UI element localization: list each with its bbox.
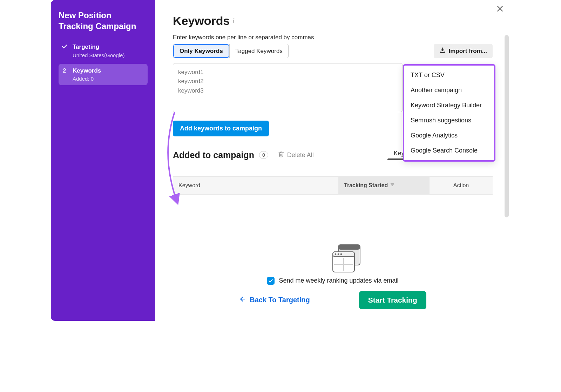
- wizard-step-targeting[interactable]: Targeting United States(Google): [59, 40, 148, 61]
- step-label: Targeting: [73, 43, 124, 50]
- scrollbar[interactable]: [505, 35, 509, 217]
- back-button-label: Back To Targeting: [250, 296, 310, 304]
- added-section-title: Added to campaign: [173, 150, 254, 160]
- column-action: Action: [430, 176, 493, 195]
- checkbox-checked-icon: [267, 277, 275, 285]
- import-option-google-analytics[interactable]: Google Analytics: [404, 128, 494, 143]
- instruction-text: Enter keywords one per line or separated…: [173, 34, 493, 41]
- download-icon: [439, 47, 446, 55]
- import-from-label: Import from...: [448, 48, 487, 55]
- step-sublabel: Added: 0: [73, 76, 101, 82]
- back-to-targeting-button[interactable]: Back To Targeting: [239, 296, 310, 304]
- import-option-semrush-suggestions[interactable]: Semrush suggestions: [404, 113, 494, 128]
- tab-only-keywords[interactable]: Only Keywords: [173, 44, 229, 58]
- column-keyword[interactable]: Keyword: [173, 176, 338, 195]
- keywords-textarea[interactable]: [173, 63, 403, 112]
- keywords-table-header: Keyword Tracking Started Action: [173, 176, 493, 195]
- wizard-step-keywords[interactable]: 2 Keywords Added: 0: [59, 64, 148, 85]
- added-count-badge: 0: [259, 151, 268, 159]
- import-option-another-campaign[interactable]: Another campaign: [404, 83, 494, 98]
- import-option-txt-csv[interactable]: TXT or CSV: [404, 68, 494, 83]
- wizard-sidebar: New Position Tracking Campaign Targeting…: [51, 0, 155, 321]
- weekly-email-label: Send me weekly ranking updates via email: [279, 277, 398, 284]
- check-icon: [61, 43, 68, 52]
- weekly-email-checkbox[interactable]: Send me weekly ranking updates via email: [267, 277, 398, 285]
- footer: Send me weekly ranking updates via email…: [155, 265, 510, 321]
- close-icon[interactable]: [495, 4, 505, 15]
- delete-all-button[interactable]: Delete All: [278, 151, 314, 159]
- step-number: 2: [61, 67, 68, 75]
- import-option-keyword-strategy-builder[interactable]: Keyword Strategy Builder: [404, 98, 494, 113]
- keyword-tab-group: Only Keywords Tagged Keywords: [173, 44, 289, 58]
- step-label: Keywords: [73, 67, 101, 74]
- import-option-google-search-console[interactable]: Google Search Console: [404, 143, 494, 158]
- column-tracking-started-label: Tracking Started: [344, 182, 388, 189]
- start-tracking-button[interactable]: Start Tracking: [359, 291, 426, 309]
- page-title-text: Keywords: [173, 14, 230, 28]
- column-tracking-started[interactable]: Tracking Started: [338, 176, 430, 195]
- delete-all-label: Delete All: [287, 151, 314, 159]
- arrow-left-icon: [239, 296, 246, 304]
- info-icon[interactable]: i: [233, 17, 235, 25]
- page-title: Keywords i: [173, 14, 493, 28]
- import-from-dropdown: TXT or CSV Another campaign Keyword Stra…: [403, 64, 495, 162]
- import-from-button[interactable]: Import from...: [434, 44, 493, 58]
- trash-icon: [278, 151, 284, 159]
- add-keywords-button[interactable]: Add keywords to campaign: [173, 121, 269, 136]
- sort-icon: [390, 182, 395, 189]
- step-sublabel: United States(Google): [73, 52, 124, 58]
- wizard-title: New Position Tracking Campaign: [59, 10, 148, 32]
- tab-tagged-keywords[interactable]: Tagged Keywords: [229, 44, 288, 58]
